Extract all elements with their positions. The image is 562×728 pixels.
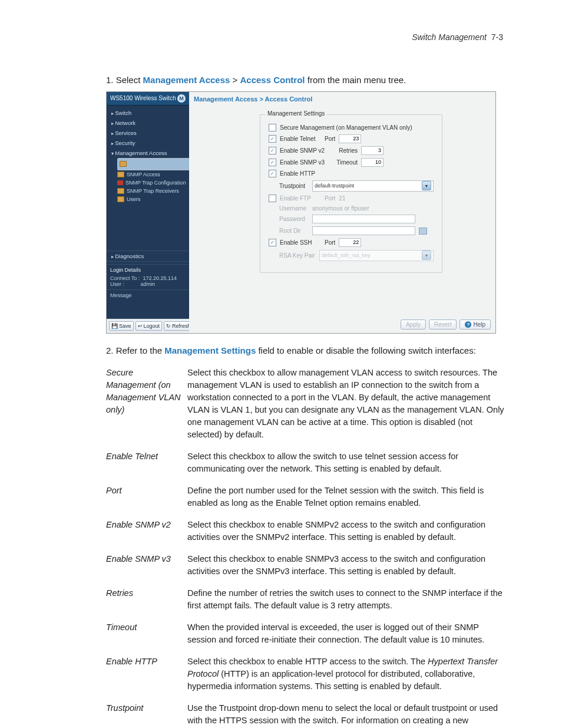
rsa-keypair-label: RSA Key Pair: [279, 252, 316, 259]
login-details: Login Details Connect To : 172.20.25.114…: [107, 264, 189, 289]
nav-services[interactable]: Services: [107, 128, 189, 138]
save-icon: 💾: [111, 323, 118, 329]
help-button[interactable]: ?Help: [459, 319, 491, 330]
rsa-keypair-row: RSA Key Pair default_ssh_rsa_key ▼: [279, 250, 434, 261]
message-label: Message: [110, 292, 186, 298]
apply-button[interactable]: Apply: [401, 319, 426, 330]
definition-row: Enable SNMP v3Select this checkbox to en…: [106, 549, 509, 584]
folder-icon: [117, 196, 124, 202]
enable-telnet-label: Enable Telnet: [280, 136, 321, 142]
definition-term: Enable SNMP v3: [106, 549, 187, 584]
chevron-down-icon: ▼: [422, 181, 431, 190]
retries-label: Retries: [332, 147, 358, 154]
step-1-num: 1.: [106, 75, 114, 85]
definition-row: Secure Management (on Management VLAN on…: [106, 363, 509, 447]
step-1-sep: >: [230, 75, 240, 85]
ftp-rootdir-input: [312, 226, 415, 235]
definition-term: Retries: [106, 584, 187, 618]
nav-management-access[interactable]: Management Access: [107, 148, 189, 158]
nav-snmp-access[interactable]: SNMP Access: [117, 170, 189, 179]
logout-button[interactable]: ↩Logout: [135, 321, 163, 331]
folder-icon: [117, 188, 124, 194]
enable-snmpv3-label: Enable SNMP v3: [280, 159, 328, 166]
retries-input[interactable]: [361, 146, 384, 155]
browse-folder-icon[interactable]: [419, 228, 427, 235]
ftp-username-label: Username: [279, 205, 309, 212]
enable-telnet-checkbox[interactable]: ✓: [269, 135, 276, 143]
nav-snmp-trap-receivers[interactable]: SNMP Trap Receivers: [117, 187, 189, 195]
telnet-port-input[interactable]: [339, 134, 361, 143]
definition-term: Secure Management (on Management VLAN on…: [106, 363, 187, 447]
app-screenshot: WS5100 Wireless Switch M Switch Network …: [106, 91, 496, 334]
nav-security[interactable]: Security: [107, 138, 189, 148]
login-details-title: Login Details: [110, 267, 186, 273]
definition-desc: Use the Trustpoint drop-down menu to sel…: [187, 699, 509, 728]
timeout-label: Timeout: [332, 159, 358, 166]
nav-diagnostics[interactable]: Diagnostics: [107, 251, 189, 262]
definition-row: PortDefine the port number used for the …: [106, 481, 509, 515]
enable-snmpv2-label: Enable SNMP v2: [280, 147, 328, 154]
breadcrumb: Management Access > Access Control: [189, 92, 495, 106]
nav-switch[interactable]: Switch: [107, 108, 189, 118]
save-button[interactable]: 💾Save: [109, 321, 134, 331]
enable-ssh-row: ✓ Enable SSH Port: [269, 238, 434, 247]
enable-snmpv3-row: ✓ Enable SNMP v3 Timeout: [269, 158, 434, 167]
page-header: Switch Management 7-3: [412, 32, 503, 42]
ftp-rootdir-row: Root Dir: [279, 226, 434, 235]
definition-row: Enable HTTPSelect this checkbox to enabl…: [106, 652, 509, 699]
definition-term: Enable HTTP: [106, 652, 187, 699]
login-connect-value: 172.20.25.114: [143, 275, 177, 281]
enable-ftp-checkbox[interactable]: [269, 195, 276, 202]
enable-http-row: ✓ Enable HTTP: [269, 170, 434, 177]
timeout-input[interactable]: [361, 158, 384, 167]
secure-management-checkbox[interactable]: [269, 124, 276, 131]
definition-term: Enable Telnet: [106, 447, 187, 481]
ftp-port-value: 21: [339, 195, 345, 202]
refresh-button-label: Refresh: [172, 323, 191, 329]
nav-snmp-access-label: SNMP Access: [127, 172, 160, 177]
ftp-password-input: [312, 215, 415, 223]
save-button-label: Save: [119, 323, 131, 329]
enable-telnet-row: ✓ Enable Telnet Port: [269, 134, 434, 143]
step-2: 2. Refer to the Management Settings fiel…: [106, 344, 509, 357]
login-connect-label: Connect To :: [110, 275, 140, 281]
definition-row: Enable SNMP v2Select this checkbox to en…: [106, 515, 509, 549]
enable-snmpv2-checkbox[interactable]: ✓: [269, 147, 276, 154]
ftp-password-label: Password: [279, 216, 309, 222]
revert-button[interactable]: Revert: [429, 319, 457, 330]
definition-term: Enable SNMP v2: [106, 515, 187, 549]
step-1-post: from the main menu tree.: [305, 75, 406, 85]
nav-snmp-trap-config[interactable]: SNMP Trap Configuration: [117, 179, 189, 187]
definition-row: RetriesDefine the number of retries the …: [106, 584, 509, 618]
logout-icon: ↩: [138, 323, 143, 329]
message-panel: Message: [107, 289, 189, 318]
definition-row: TrustpointUse the Trustpoint drop-down m…: [106, 699, 509, 728]
enable-http-checkbox[interactable]: ✓: [269, 170, 276, 177]
nav-tree: Switch Network Services Security Managem…: [107, 106, 189, 264]
enable-ssh-checkbox[interactable]: ✓: [269, 239, 276, 246]
definition-term: Port: [106, 481, 187, 515]
header-section: Switch Management: [412, 32, 487, 42]
main-panel: Management Access > Access Control Manag…: [189, 92, 495, 333]
trustpoint-select[interactable]: default-trustpoint ▼: [312, 180, 434, 192]
logout-button-label: Logout: [144, 323, 160, 329]
nav-snmp-trap-rx-label: SNMP Trap Receivers: [127, 188, 179, 194]
step-2-field: Management Settings: [164, 345, 256, 355]
login-user-label: User :: [110, 281, 124, 287]
group-title: Management Settings: [265, 110, 327, 117]
step-1: 1. Select Management Access > Access Con…: [106, 74, 509, 87]
step-1-pre: Select: [116, 75, 143, 85]
step-2-pre: Refer to the: [116, 345, 165, 355]
enable-snmpv3-checkbox[interactable]: ✓: [269, 159, 276, 166]
step-1-link-a: Management Access: [143, 75, 230, 85]
login-user-value: admin: [141, 281, 156, 287]
secure-management-label: Secure Management (on Management VLAN on…: [280, 124, 412, 131]
help-icon: ?: [465, 321, 471, 328]
definition-desc: Define the number of retries the switch …: [187, 584, 509, 618]
definition-row: Enable TelnetSelect this checkbox to all…: [106, 447, 509, 481]
nav-users[interactable]: Users: [117, 195, 189, 203]
rsa-keypair-select: default_ssh_rsa_key ▼: [319, 250, 434, 261]
ssh-port-input[interactable]: [339, 238, 361, 247]
definition-row: TimeoutWhen the provided interval is exc…: [106, 618, 509, 652]
nav-network[interactable]: Network: [107, 118, 189, 128]
